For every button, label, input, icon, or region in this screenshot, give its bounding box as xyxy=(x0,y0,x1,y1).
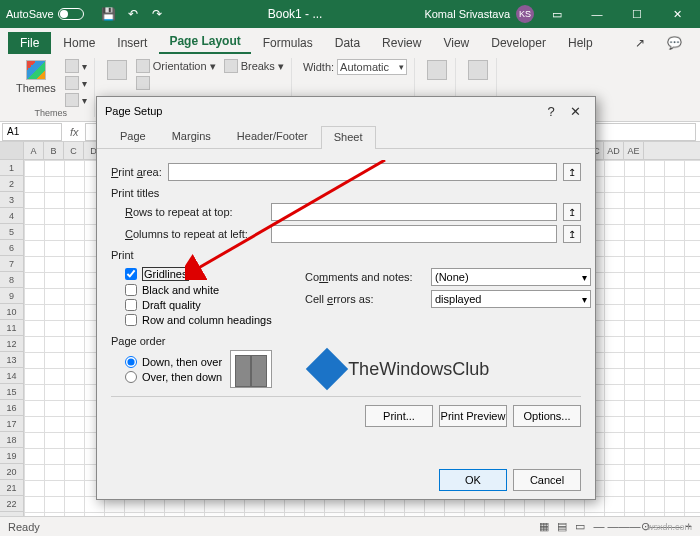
breaks-button[interactable]: Breaks ▾ xyxy=(221,58,287,74)
dlg-tab-header-footer[interactable]: Header/Footer xyxy=(224,125,321,148)
tab-view[interactable]: View xyxy=(433,32,479,54)
autosave-toggle[interactable]: AutoSave xyxy=(6,8,84,20)
print-titles-label: Print titles xyxy=(111,187,581,199)
dlg-tab-page[interactable]: Page xyxy=(107,125,159,148)
over-down-radio[interactable]: Over, then down xyxy=(125,371,222,383)
errors-select[interactable]: displayed▾ xyxy=(431,290,591,308)
dialog-titlebar: Page Setup ? ✕ xyxy=(97,97,595,125)
print-area-ref-icon[interactable]: ↥ xyxy=(563,163,581,181)
row-headers[interactable]: 123456789101112131415161718192021222324 xyxy=(0,160,24,516)
tab-review[interactable]: Review xyxy=(372,32,431,54)
rows-repeat-input[interactable] xyxy=(271,203,557,221)
sheet-options-button[interactable] xyxy=(423,58,451,82)
tab-developer[interactable]: Developer xyxy=(481,32,556,54)
print-section-label: Print xyxy=(111,249,581,261)
print-preview-button[interactable]: Print Preview xyxy=(439,405,507,427)
tab-formulas[interactable]: Formulas xyxy=(253,32,323,54)
print-area-label: Print area: xyxy=(111,166,162,178)
margins-button[interactable] xyxy=(103,58,131,82)
group-themes: Themes ▾ ▾ ▾ Themes xyxy=(8,58,95,117)
share-icon[interactable]: ↗ xyxy=(625,32,655,54)
colors-icon xyxy=(65,59,79,73)
cols-repeat-input[interactable] xyxy=(271,225,557,243)
logo-icon xyxy=(306,348,348,390)
orientation-button[interactable]: Orientation ▾ xyxy=(133,58,219,74)
rows-repeat-label: Rows to repeat at top: xyxy=(125,206,265,218)
save-icon[interactable]: 💾 xyxy=(100,5,118,23)
orientation-icon xyxy=(136,59,150,73)
print-button[interactable]: Print... xyxy=(365,405,433,427)
dlg-tab-sheet[interactable]: Sheet xyxy=(321,126,376,149)
ribbon-display-icon[interactable]: ▭ xyxy=(540,0,574,28)
ribbon-tabs: File Home Insert Page Layout Formulas Da… xyxy=(0,28,700,54)
dialog-title: Page Setup xyxy=(105,105,539,117)
gridlines-checkbox[interactable]: Gridlines xyxy=(125,267,285,281)
page-watermark: wsxdn.com xyxy=(647,522,692,532)
dialog-footer: OK Cancel xyxy=(97,461,595,499)
tab-insert[interactable]: Insert xyxy=(107,32,157,54)
status-bar: Ready ▦ ▤ ▭ — ———⊙——— + xyxy=(0,516,700,536)
ok-button[interactable]: OK xyxy=(439,469,507,491)
tab-data[interactable]: Data xyxy=(325,32,370,54)
print-area-input[interactable] xyxy=(168,163,557,181)
close-icon[interactable]: ✕ xyxy=(660,0,694,28)
tab-home[interactable]: Home xyxy=(53,32,105,54)
size-icon xyxy=(136,76,150,90)
fx-icon[interactable]: fx xyxy=(64,126,85,138)
comments-label: Comments and notes: xyxy=(305,271,425,283)
view-break-icon[interactable]: ▭ xyxy=(575,520,585,533)
redo-icon[interactable]: ↷ xyxy=(148,5,166,23)
avatar[interactable]: KS xyxy=(516,5,534,23)
bw-checkbox[interactable]: Black and white xyxy=(125,284,285,296)
tab-file[interactable]: File xyxy=(8,32,51,54)
dialog-body: Print area: ↥ Print titles Rows to repea… xyxy=(97,149,595,461)
maximize-icon[interactable]: ☐ xyxy=(620,0,654,28)
themes-button[interactable]: Themes xyxy=(12,58,60,96)
view-normal-icon[interactable]: ▦ xyxy=(539,520,549,533)
minimize-icon[interactable]: — xyxy=(580,0,614,28)
arrange-button[interactable] xyxy=(464,58,492,82)
name-box[interactable]: A1 xyxy=(2,123,62,141)
errors-label: Cell errors as: xyxy=(305,293,425,305)
status-ready: Ready xyxy=(8,521,40,533)
cancel-button[interactable]: Cancel xyxy=(513,469,581,491)
watermark-logo: TheWindowsClub xyxy=(312,354,489,384)
options-button[interactable]: Options... xyxy=(513,405,581,427)
effects-button[interactable]: ▾ xyxy=(62,92,90,108)
comments-select[interactable]: (None)▾ xyxy=(431,268,591,286)
fonts-icon xyxy=(65,76,79,90)
user-name: Komal Srivastava xyxy=(424,8,510,20)
page-order-label: Page order xyxy=(111,335,581,347)
width-dropdown[interactable]: Automatic▾ xyxy=(337,59,407,75)
tab-help[interactable]: Help xyxy=(558,32,603,54)
breaks-icon xyxy=(224,59,238,73)
rch-checkbox[interactable]: Row and column headings xyxy=(125,314,285,326)
width-control[interactable]: Width:Automatic▾ xyxy=(300,58,410,76)
window-title: Book1 - ... xyxy=(166,7,425,21)
comments-icon[interactable]: 💬 xyxy=(657,32,692,54)
dlg-tab-margins[interactable]: Margins xyxy=(159,125,224,148)
cols-repeat-ref-icon[interactable]: ↥ xyxy=(563,225,581,243)
help-icon[interactable]: ? xyxy=(539,99,563,123)
autosave-label: AutoSave xyxy=(6,8,54,20)
arrange-icon xyxy=(468,60,488,80)
toggle-off-icon[interactable] xyxy=(58,8,84,20)
view-layout-icon[interactable]: ▤ xyxy=(557,520,567,533)
size-button[interactable] xyxy=(133,75,219,91)
undo-icon[interactable]: ↶ xyxy=(124,5,142,23)
margins-icon xyxy=(107,60,127,80)
fonts-button[interactable]: ▾ xyxy=(62,75,90,91)
dialog-close-icon[interactable]: ✕ xyxy=(563,99,587,123)
tab-page-layout[interactable]: Page Layout xyxy=(159,30,250,54)
colors-button[interactable]: ▾ xyxy=(62,58,90,74)
rows-repeat-ref-icon[interactable]: ↥ xyxy=(563,203,581,221)
titlebar: AutoSave 💾 ↶ ↷ Book1 - ... Komal Srivast… xyxy=(0,0,700,28)
draft-checkbox[interactable]: Draft quality xyxy=(125,299,285,311)
page-setup-dialog: Page Setup ? ✕ Page Margins Header/Foote… xyxy=(96,96,596,500)
dialog-tabs: Page Margins Header/Footer Sheet xyxy=(97,125,595,149)
themes-icon xyxy=(26,60,46,80)
down-over-radio[interactable]: Down, then over xyxy=(125,356,222,368)
page-order-icon xyxy=(230,350,272,388)
effects-icon xyxy=(65,93,79,107)
cols-repeat-label: Columns to repeat at left: xyxy=(125,228,265,240)
